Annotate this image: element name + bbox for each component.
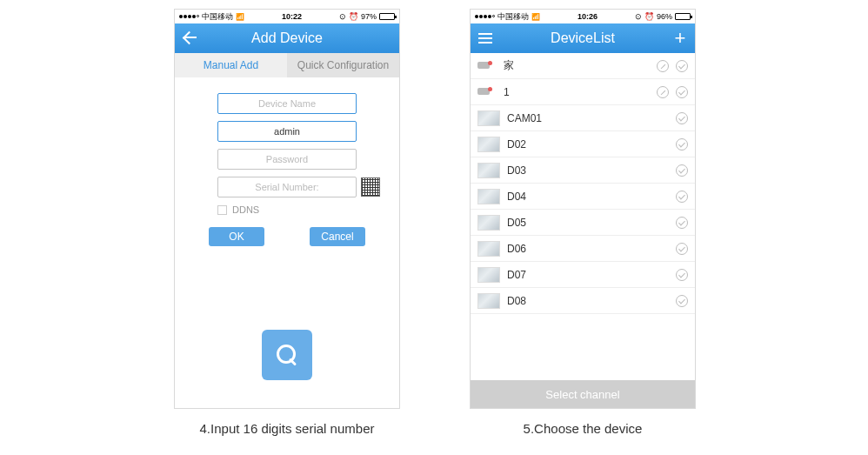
- battery-icon: [379, 13, 395, 20]
- add-device-form: Device Name admin Password Serial Number…: [175, 77, 399, 251]
- channel-row[interactable]: D05: [471, 210, 695, 236]
- channel-name: D04: [507, 191, 669, 203]
- channel-row[interactable]: D03: [471, 157, 695, 184]
- channel-row[interactable]: D08: [471, 288, 695, 314]
- group-name: 1: [504, 86, 650, 98]
- channel-thumbnail: [477, 163, 500, 178]
- channel-thumbnail: [477, 267, 500, 283]
- menu-icon: [478, 33, 492, 43]
- select-icon[interactable]: [676, 138, 688, 151]
- device-group-row[interactable]: 1: [471, 79, 695, 105]
- carrier-label: 中国移动: [202, 11, 233, 23]
- alarm-icon: ⊙: [339, 12, 346, 21]
- channel-thumbnail: [477, 137, 500, 152]
- channel-thumbnail: [477, 189, 500, 204]
- nav-bar: DeviceList +: [471, 23, 695, 53]
- search-device-button[interactable]: [262, 330, 312, 380]
- nav-bar: Add Device: [175, 23, 399, 53]
- channel-name: D07: [507, 269, 669, 281]
- channel-name: D02: [507, 138, 669, 151]
- menu-button[interactable]: [471, 33, 500, 43]
- signal-dots-icon: [475, 15, 495, 18]
- select-icon[interactable]: [676, 60, 688, 72]
- ddns-row: DDNS: [217, 204, 357, 215]
- wifi-icon: [236, 12, 244, 21]
- channel-row[interactable]: CAM01: [471, 105, 695, 131]
- username-field[interactable]: admin: [217, 121, 357, 142]
- group-name: 家: [504, 58, 650, 73]
- device-list: 家 1 CAM01: [471, 53, 695, 380]
- channel-thumbnail: [477, 293, 500, 309]
- clock-icon: ⏰: [349, 12, 358, 21]
- password-field[interactable]: Password: [217, 149, 357, 170]
- caption-step5: 5.Choose the device: [524, 421, 643, 436]
- battery-pct: 96%: [657, 12, 672, 21]
- alarm-icon: ⊙: [635, 12, 642, 21]
- signal-dots-icon: [179, 15, 199, 18]
- nav-title: Add Device: [204, 30, 370, 46]
- channel-name: D06: [507, 243, 669, 255]
- device-group-row[interactable]: 家: [471, 53, 695, 79]
- channel-name: D05: [507, 217, 669, 229]
- caption-step4: 4.Input 16 digits serial number: [200, 421, 375, 436]
- qr-scan-icon[interactable]: [361, 177, 380, 197]
- battery-pct: 97%: [361, 12, 377, 21]
- cancel-button[interactable]: Cancel: [310, 227, 365, 246]
- tab-manual-add[interactable]: Manual Add: [175, 53, 287, 77]
- select-icon[interactable]: [676, 217, 688, 229]
- select-icon[interactable]: [676, 243, 688, 255]
- channel-thumbnail: [477, 110, 500, 126]
- channel-row[interactable]: D07: [471, 262, 695, 288]
- edit-icon[interactable]: [657, 60, 669, 72]
- status-time: 10:26: [540, 12, 635, 21]
- ddns-checkbox[interactable]: [217, 205, 227, 215]
- ddns-label: DDNS: [232, 204, 259, 215]
- select-icon[interactable]: [676, 295, 688, 307]
- phone-add-device: 中国移动 10:22 ⊙ ⏰ 97% Add Device: [174, 9, 400, 409]
- channel-name: D03: [507, 164, 669, 177]
- plus-icon: +: [675, 29, 686, 48]
- camera-icon: [477, 86, 497, 98]
- status-bar: 中国移动 10:26 ⊙ ⏰ 96%: [471, 10, 695, 23]
- status-time: 10:22: [244, 12, 339, 21]
- status-bar: 中国移动 10:22 ⊙ ⏰ 97%: [175, 10, 399, 23]
- select-icon[interactable]: [676, 269, 688, 281]
- select-icon[interactable]: [676, 164, 688, 177]
- select-icon[interactable]: [676, 112, 688, 124]
- phone-device-list: 中国移动 10:26 ⊙ ⏰ 96% DeviceList +: [470, 9, 696, 409]
- add-device-button[interactable]: +: [665, 29, 695, 48]
- channel-row[interactable]: D06: [471, 236, 695, 262]
- select-icon[interactable]: [676, 86, 688, 98]
- wifi-icon: [531, 12, 540, 21]
- battery-icon: [675, 13, 691, 20]
- channel-name: CAM01: [507, 112, 669, 124]
- camera-icon: [477, 60, 497, 72]
- edit-icon[interactable]: [657, 86, 669, 98]
- channel-thumbnail: [477, 215, 500, 231]
- channel-name: D08: [507, 295, 669, 307]
- carrier-label: 中国移动: [497, 11, 529, 23]
- device-name-field[interactable]: Device Name: [217, 93, 357, 114]
- channel-row[interactable]: D02: [471, 131, 695, 157]
- back-button[interactable]: [175, 32, 204, 44]
- channel-thumbnail: [477, 241, 500, 257]
- back-arrow-icon: [182, 32, 197, 44]
- select-channel-button[interactable]: Select channel: [471, 380, 695, 408]
- serial-number-field[interactable]: Serial Number:: [217, 177, 357, 197]
- channel-row[interactable]: D04: [471, 184, 695, 210]
- ok-button[interactable]: OK: [209, 227, 264, 246]
- tab-quick-config[interactable]: Quick Configuration: [287, 53, 399, 77]
- select-icon[interactable]: [676, 191, 688, 203]
- search-icon: [277, 345, 297, 365]
- tabs: Manual Add Quick Configuration: [175, 53, 399, 77]
- clock-icon: ⏰: [644, 12, 654, 21]
- nav-title: DeviceList: [500, 30, 665, 46]
